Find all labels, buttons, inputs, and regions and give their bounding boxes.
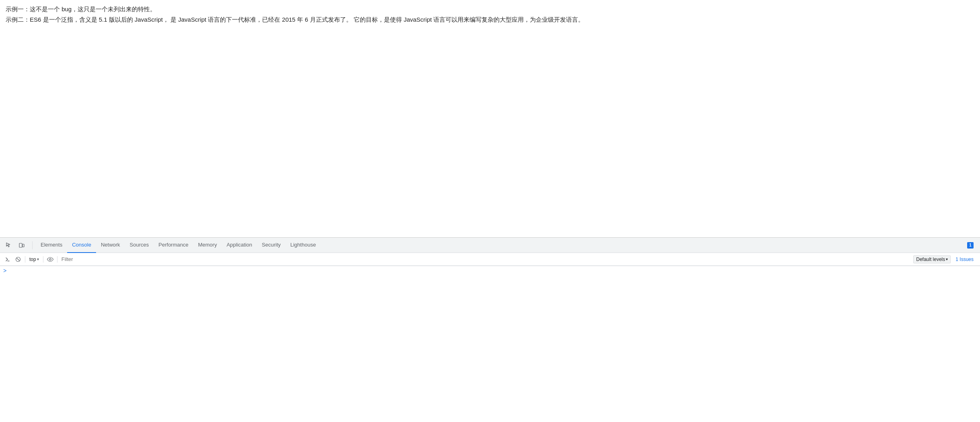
devtools-panel: Elements Console Network Sources Perform… [0, 237, 980, 422]
svg-rect-0 [19, 243, 22, 247]
devtools-tabs-bar: Elements Console Network Sources Perform… [0, 238, 980, 253]
tab-lighthouse[interactable]: Lighthouse [285, 238, 321, 253]
tab-application[interactable]: Application [222, 238, 257, 253]
tab-security[interactable]: Security [257, 238, 285, 253]
prompt-chevron-icon: > [3, 268, 6, 274]
top-label: top [29, 257, 36, 262]
content-line2: 示例二：ES6 是一个泛指，含义是 5.1 版以后的 JavaScript， 是… [6, 14, 974, 25]
toolbar-separator-1 [25, 256, 25, 263]
toolbar-separator-2 [43, 256, 43, 263]
toolbar-separator-3 [57, 256, 57, 263]
console-toolbar: top ▾ Default levels ▾ 1 Issues [0, 253, 980, 266]
tab-memory[interactable]: Memory [193, 238, 222, 253]
svg-point-5 [49, 258, 51, 260]
tab-sources[interactable]: Sources [125, 238, 154, 253]
console-body: > [0, 266, 980, 422]
tab-separator-1 [32, 241, 33, 249]
tab-performance[interactable]: Performance [154, 238, 193, 253]
default-levels-dropdown[interactable]: Default levels ▾ [913, 255, 951, 263]
svg-line-4 [17, 258, 20, 261]
inspect-element-icon[interactable] [3, 240, 14, 251]
tab-network[interactable]: Network [96, 238, 125, 253]
clear-console-icon[interactable] [14, 255, 23, 264]
top-context-selector[interactable]: top ▾ [28, 256, 41, 263]
content-line1: 示例一：这不是一个 bug，这只是一个未列出来的特性。 [6, 4, 974, 14]
eye-icon[interactable] [46, 255, 55, 264]
issues-badge[interactable]: 1 [964, 241, 977, 250]
default-levels-chevron-icon: ▾ [946, 257, 948, 261]
console-filter-input[interactable] [60, 255, 910, 263]
issues-count-label[interactable]: 1 Issues [952, 256, 977, 263]
tab-console[interactable]: Console [67, 238, 96, 253]
tab-elements[interactable]: Elements [36, 238, 67, 253]
top-chevron-icon: ▾ [37, 257, 39, 261]
issues-badge-icon: 1 [967, 242, 974, 249]
device-toolbar-icon[interactable] [16, 240, 27, 251]
execute-script-icon[interactable] [3, 255, 12, 264]
svg-rect-1 [23, 244, 24, 247]
default-levels-label: Default levels [916, 257, 945, 262]
console-prompt-line[interactable]: > [0, 266, 980, 276]
